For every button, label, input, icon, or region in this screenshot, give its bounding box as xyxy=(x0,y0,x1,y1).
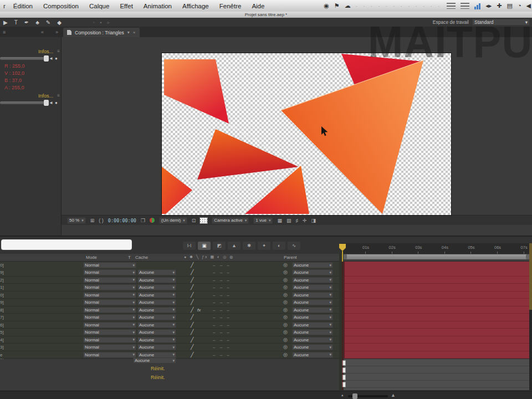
clone-stamp-tool-icon[interactable]: ♣ xyxy=(35,19,39,25)
info-panel-tab[interactable]: Infos... xyxy=(38,49,53,54)
panel-tab-icon[interactable]: ≡ xyxy=(3,29,6,35)
blend-mode-dropdown[interactable]: Normal▾ xyxy=(83,337,136,343)
quality-switch-icon[interactable]: ╱ xyxy=(191,344,193,350)
parent-dropdown[interactable]: Aucune▾ xyxy=(292,262,333,268)
activity-bars-icon[interactable] xyxy=(474,3,480,9)
timeline-nav-icon[interactable]: ♯ xyxy=(295,218,298,223)
audio-level-slider[interactable] xyxy=(0,57,47,60)
layer-row[interactable]: 1]Normal▾Aucune▾╱‒ ‒ ‒◎Aucune▾ xyxy=(0,284,339,291)
track-matte-dropdown[interactable]: Aucune▾ xyxy=(137,352,176,358)
info-panel-tab-2[interactable]: Infos... xyxy=(38,93,53,99)
stats-readout[interactable] xyxy=(447,3,456,9)
blend-mode-dropdown[interactable]: Normal▾ xyxy=(83,314,136,320)
pixel-aspect-icon[interactable]: ▦ xyxy=(277,218,282,223)
blend-mode-dropdown[interactable]: Normal▾ xyxy=(83,269,136,275)
slider-knob[interactable] xyxy=(44,55,49,62)
tab-composition-triangles[interactable]: Composition : Triangles ▾ × xyxy=(63,28,140,37)
toolbar-mini-icon[interactable]: ▪ xyxy=(100,20,102,25)
toolbar-mini-icon[interactable]: ▹ xyxy=(108,20,110,25)
quality-switch-icon[interactable]: ╱ xyxy=(191,269,193,275)
track-matte-dropdown[interactable]: Aucune▾ xyxy=(137,329,176,335)
selected-layer-bars[interactable] xyxy=(344,262,530,359)
panel-menu-icon[interactable]: ≡ xyxy=(57,93,60,98)
track-matte-dropdown[interactable]: Aucune▾ xyxy=(137,284,176,290)
time-ruler[interactable]: 01s02s03s04s05s06s07s xyxy=(341,243,529,254)
parent-pickwhip-icon[interactable]: ◎ xyxy=(283,277,288,283)
workspace-dropdown[interactable]: Standard ▾ xyxy=(472,19,530,25)
track-matte-dropdown[interactable]: Aucune▾ xyxy=(137,277,176,283)
speaker-icon[interactable]: ◄ xyxy=(49,100,53,105)
hide-shy-button[interactable]: ▲ xyxy=(228,242,241,250)
blend-mode-dropdown[interactable]: Normal▾ xyxy=(83,307,136,313)
layer-row[interactable]: 6]Normal▾Aucune▾╱‒ ‒ ‒◎Aucune▾ xyxy=(0,321,339,329)
scrollbar-thumb[interactable] xyxy=(529,243,532,310)
layer-row[interactable]: 0]Normal▾╱‒ ‒ ‒◎Aucune▾ xyxy=(0,262,339,269)
parent-dropdown[interactable]: Aucune▾ xyxy=(292,307,333,313)
parent-pickwhip-icon[interactable]: ◎ xyxy=(283,262,288,268)
draft3d-button[interactable]: ◩ xyxy=(213,242,226,250)
parent-dropdown[interactable]: Aucune▾ xyxy=(292,284,333,290)
layer-row[interactable]: 7]Normal▾Aucune▾╱‒ ‒ ‒◎Aucune▾ xyxy=(0,314,339,321)
cloud-sync-icon[interactable]: ☁ xyxy=(345,0,351,12)
column-cache[interactable]: Cache xyxy=(135,255,148,260)
track-matte-dropdown[interactable]: Aucune▾ xyxy=(137,307,176,313)
menu-item-composition[interactable]: Composition xyxy=(43,3,79,9)
track-matte-dropdown[interactable]: Aucune▾ xyxy=(137,292,176,298)
menu-item-édition[interactable]: Édition xyxy=(13,3,33,9)
quality-switch-icon[interactable]: ╱ xyxy=(191,299,193,305)
speaker-icon[interactable]: ◄ xyxy=(49,56,53,61)
quality-switch-icon[interactable]: ╱ xyxy=(191,337,193,342)
parent-dropdown[interactable]: Aucune▾ xyxy=(292,299,333,305)
parent-pickwhip-icon[interactable]: ◎ xyxy=(283,292,288,298)
blend-mode-dropdown[interactable]: Normal▾ xyxy=(83,262,136,268)
parent-dropdown[interactable]: Aucune▾ xyxy=(292,352,333,358)
flowchart-icon[interactable]: ✛ xyxy=(303,218,307,223)
zoom-in-icon[interactable]: ▲ xyxy=(391,392,396,398)
quality-switch-icon[interactable]: ╱ xyxy=(191,277,193,283)
parent-pickwhip-icon[interactable]: ◎ xyxy=(283,322,288,328)
frame-blend-button[interactable]: ✱ xyxy=(243,242,255,250)
blend-mode-dropdown[interactable]: Normal▾ xyxy=(83,352,136,358)
brainstorm-button[interactable]: ◐ xyxy=(273,242,285,250)
graph-editor-button[interactable]: ∿ xyxy=(288,242,300,250)
volume-icon[interactable]: ◀ xyxy=(526,0,531,12)
menu-item-aide[interactable]: Aide xyxy=(252,3,264,9)
toolbar-mini-icon[interactable]: ▫ xyxy=(93,20,95,25)
selection-tool-icon[interactable]: ▶ xyxy=(3,19,8,25)
quality-switch-icon[interactable]: ╱ xyxy=(191,329,193,335)
menu-item-affichage[interactable]: Affichage xyxy=(182,3,209,9)
puppet-pin-tool-icon[interactable]: ◆ xyxy=(57,19,62,25)
slider-knob[interactable] xyxy=(44,100,49,106)
quality-switch-icon[interactable]: ╱ xyxy=(191,314,193,320)
parent-pickwhip-icon[interactable]: ◎ xyxy=(283,284,288,290)
clock-icon[interactable]: ◔ xyxy=(518,0,521,12)
track-matte-dropdown[interactable]: Aucune▾ xyxy=(137,314,176,320)
audio-level-slider-2[interactable] xyxy=(0,101,47,104)
parent-dropdown[interactable]: Aucune▾ xyxy=(292,344,333,350)
zoom-out-icon[interactable]: ▴ xyxy=(341,393,344,397)
brush-tool-icon[interactable]: ✎ xyxy=(46,19,50,25)
track-matte-dropdown[interactable]: Aucune▾ xyxy=(137,299,176,305)
transparency-grid-icon[interactable] xyxy=(200,218,207,223)
menu-extras[interactable]: · · · · · · · · · · · · xyxy=(356,3,442,9)
property-dropdown[interactable]: Aucune ▾ xyxy=(133,357,176,364)
layer-row[interactable]: 9]Normal▾Aucune▾╱‒ ‒ ‒◎Aucune▾ xyxy=(0,299,339,306)
menu-item-calque[interactable]: Calque xyxy=(89,3,109,9)
blend-mode-dropdown[interactable]: Normal▾ xyxy=(83,299,136,305)
panel-menu-icon[interactable]: ≡ xyxy=(57,49,60,54)
parent-pickwhip-icon[interactable]: ◎ xyxy=(283,344,288,350)
layer-row[interactable]: 9]Normal▾Aucune▾╱‒ ‒ ‒◎Aucune▾ xyxy=(0,269,339,276)
tab-close-icon[interactable]: × xyxy=(133,30,136,35)
tab-menu-icon[interactable]: ▾ xyxy=(127,30,130,35)
menu-item-partial[interactable]: r xyxy=(3,3,6,9)
input-menu-icon[interactable]: ◂▸ xyxy=(485,0,492,12)
quality-switch-icon[interactable]: ╱ xyxy=(191,352,193,357)
parent-pickwhip-icon[interactable]: ◎ xyxy=(283,352,288,357)
blend-mode-dropdown[interactable]: Normal▾ xyxy=(83,292,136,298)
fast-preview-icon[interactable]: ▧ xyxy=(287,218,291,223)
parent-dropdown[interactable]: Aucune▾ xyxy=(292,277,333,283)
parent-dropdown[interactable]: Aucune▾ xyxy=(292,292,333,298)
quality-switch-icon[interactable]: ╱ xyxy=(191,307,193,313)
parent-pickwhip-icon[interactable]: ◎ xyxy=(283,299,288,305)
quality-switch-icon[interactable]: ╱ xyxy=(191,262,193,268)
